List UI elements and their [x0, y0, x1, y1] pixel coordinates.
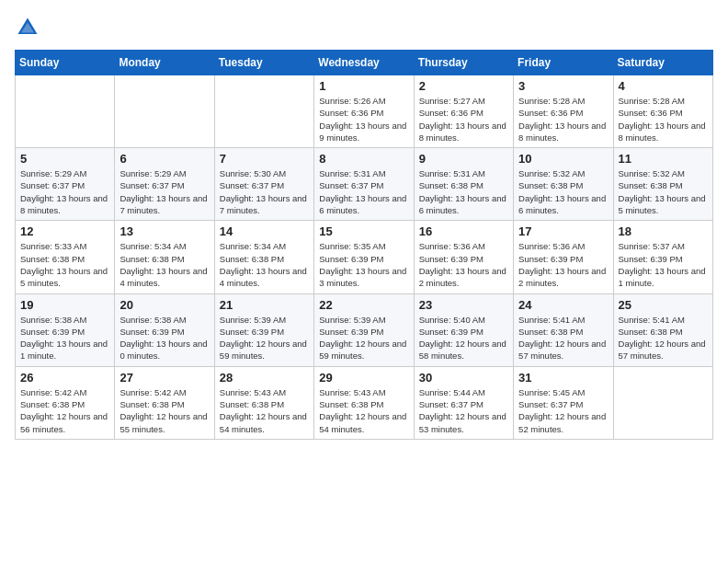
- calendar-cell: 16Sunrise: 5:36 AM Sunset: 6:39 PM Dayli…: [414, 221, 513, 293]
- day-info: Sunrise: 5:45 AM Sunset: 6:37 PM Dayligh…: [518, 386, 608, 435]
- day-info: Sunrise: 5:29 AM Sunset: 6:37 PM Dayligh…: [20, 167, 109, 216]
- day-info: Sunrise: 5:31 AM Sunset: 6:37 PM Dayligh…: [319, 167, 408, 216]
- calendar-cell: 29Sunrise: 5:43 AM Sunset: 6:38 PM Dayli…: [314, 366, 414, 439]
- day-number: 2: [419, 79, 508, 93]
- calendar-cell: 6Sunrise: 5:29 AM Sunset: 6:37 PM Daylig…: [115, 148, 214, 221]
- day-number: 14: [220, 224, 309, 238]
- page-header: [15, 15, 713, 40]
- calendar-cell: [214, 75, 313, 148]
- day-number: 24: [518, 298, 608, 312]
- day-number: 10: [518, 152, 608, 166]
- day-info: Sunrise: 5:35 AM Sunset: 6:39 PM Dayligh…: [319, 240, 408, 289]
- day-number: 26: [20, 371, 109, 385]
- day-number: 18: [619, 224, 708, 238]
- day-number: 28: [220, 371, 309, 385]
- day-info: Sunrise: 5:41 AM Sunset: 6:38 PM Dayligh…: [619, 314, 708, 362]
- day-info: Sunrise: 5:38 AM Sunset: 6:39 PM Dayligh…: [119, 314, 209, 362]
- day-info: Sunrise: 5:32 AM Sunset: 6:38 PM Dayligh…: [518, 167, 608, 216]
- calendar-cell: 24Sunrise: 5:41 AM Sunset: 6:38 PM Dayli…: [514, 293, 613, 366]
- day-info: Sunrise: 5:28 AM Sunset: 6:36 PM Dayligh…: [518, 95, 608, 144]
- calendar-cell: 5Sunrise: 5:29 AM Sunset: 6:37 PM Daylig…: [16, 148, 115, 221]
- day-info: Sunrise: 5:39 AM Sunset: 6:39 PM Dayligh…: [220, 314, 309, 362]
- calendar-week-row: 26Sunrise: 5:42 AM Sunset: 6:38 PM Dayli…: [16, 366, 713, 439]
- calendar-cell: 25Sunrise: 5:41 AM Sunset: 6:38 PM Dayli…: [613, 293, 712, 366]
- day-info: Sunrise: 5:41 AM Sunset: 6:38 PM Dayligh…: [518, 314, 608, 362]
- calendar-cell: 23Sunrise: 5:40 AM Sunset: 6:39 PM Dayli…: [414, 293, 513, 366]
- calendar-cell: 12Sunrise: 5:33 AM Sunset: 6:38 PM Dayli…: [16, 221, 115, 293]
- calendar-cell: 31Sunrise: 5:45 AM Sunset: 6:37 PM Dayli…: [514, 366, 613, 439]
- day-number: 17: [518, 224, 608, 238]
- day-info: Sunrise: 5:27 AM Sunset: 6:36 PM Dayligh…: [419, 95, 508, 144]
- day-of-week-header: Saturday: [613, 51, 712, 75]
- day-info: Sunrise: 5:28 AM Sunset: 6:36 PM Dayligh…: [619, 95, 708, 144]
- day-info: Sunrise: 5:42 AM Sunset: 6:38 PM Dayligh…: [119, 386, 209, 435]
- calendar-cell: 9Sunrise: 5:31 AM Sunset: 6:38 PM Daylig…: [414, 148, 513, 221]
- day-info: Sunrise: 5:39 AM Sunset: 6:39 PM Dayligh…: [319, 314, 408, 362]
- day-info: Sunrise: 5:34 AM Sunset: 6:38 PM Dayligh…: [220, 240, 309, 289]
- day-number: 16: [419, 224, 508, 238]
- day-info: Sunrise: 5:31 AM Sunset: 6:38 PM Dayligh…: [419, 167, 508, 216]
- day-info: Sunrise: 5:36 AM Sunset: 6:39 PM Dayligh…: [419, 240, 508, 289]
- day-info: Sunrise: 5:37 AM Sunset: 6:39 PM Dayligh…: [619, 240, 708, 289]
- day-of-week-header: Wednesday: [314, 51, 414, 75]
- calendar-week-row: 19Sunrise: 5:38 AM Sunset: 6:39 PM Dayli…: [16, 293, 713, 366]
- day-of-week-header: Thursday: [414, 51, 513, 75]
- calendar-cell: 26Sunrise: 5:42 AM Sunset: 6:38 PM Dayli…: [16, 366, 115, 439]
- calendar-week-row: 5Sunrise: 5:29 AM Sunset: 6:37 PM Daylig…: [16, 148, 713, 221]
- day-number: 1: [319, 79, 408, 93]
- day-info: Sunrise: 5:33 AM Sunset: 6:38 PM Dayligh…: [20, 240, 109, 289]
- calendar-week-row: 12Sunrise: 5:33 AM Sunset: 6:38 PM Dayli…: [16, 221, 713, 293]
- day-number: 3: [518, 79, 608, 93]
- calendar-cell: 18Sunrise: 5:37 AM Sunset: 6:39 PM Dayli…: [613, 221, 712, 293]
- calendar-body: 1Sunrise: 5:26 AM Sunset: 6:36 PM Daylig…: [16, 75, 713, 440]
- day-number: 21: [220, 298, 309, 312]
- calendar-cell: 28Sunrise: 5:43 AM Sunset: 6:38 PM Dayli…: [214, 366, 313, 439]
- logo-icon: [15, 15, 40, 40]
- day-info: Sunrise: 5:42 AM Sunset: 6:38 PM Dayligh…: [20, 386, 109, 435]
- calendar-cell: 20Sunrise: 5:38 AM Sunset: 6:39 PM Dayli…: [115, 293, 214, 366]
- day-number: 31: [518, 371, 608, 385]
- calendar-cell: 8Sunrise: 5:31 AM Sunset: 6:37 PM Daylig…: [314, 148, 414, 221]
- day-of-week-header: Sunday: [16, 51, 115, 75]
- calendar-cell: 15Sunrise: 5:35 AM Sunset: 6:39 PM Dayli…: [314, 221, 414, 293]
- day-of-week-header: Friday: [514, 51, 613, 75]
- calendar-cell: 7Sunrise: 5:30 AM Sunset: 6:37 PM Daylig…: [214, 148, 313, 221]
- day-info: Sunrise: 5:29 AM Sunset: 6:37 PM Dayligh…: [119, 167, 209, 216]
- day-number: 8: [319, 152, 408, 166]
- calendar-cell: 13Sunrise: 5:34 AM Sunset: 6:38 PM Dayli…: [115, 221, 214, 293]
- day-number: 9: [419, 152, 508, 166]
- day-number: 13: [119, 224, 209, 238]
- calendar-cell: 3Sunrise: 5:28 AM Sunset: 6:36 PM Daylig…: [514, 75, 613, 148]
- calendar-header-row: SundayMondayTuesdayWednesdayThursdayFrid…: [16, 51, 713, 75]
- day-number: 20: [119, 298, 209, 312]
- calendar-cell: 1Sunrise: 5:26 AM Sunset: 6:36 PM Daylig…: [314, 75, 414, 148]
- calendar-cell: [115, 75, 214, 148]
- day-info: Sunrise: 5:38 AM Sunset: 6:39 PM Dayligh…: [20, 314, 109, 362]
- day-info: Sunrise: 5:44 AM Sunset: 6:37 PM Dayligh…: [419, 386, 508, 435]
- calendar-cell: 4Sunrise: 5:28 AM Sunset: 6:36 PM Daylig…: [613, 75, 712, 148]
- day-info: Sunrise: 5:26 AM Sunset: 6:36 PM Dayligh…: [319, 95, 408, 144]
- calendar-cell: 19Sunrise: 5:38 AM Sunset: 6:39 PM Dayli…: [16, 293, 115, 366]
- day-number: 25: [619, 298, 708, 312]
- calendar-cell: 30Sunrise: 5:44 AM Sunset: 6:37 PM Dayli…: [414, 366, 513, 439]
- day-number: 29: [319, 371, 408, 385]
- day-info: Sunrise: 5:30 AM Sunset: 6:37 PM Dayligh…: [220, 167, 309, 216]
- day-number: 27: [119, 371, 209, 385]
- calendar-cell: 22Sunrise: 5:39 AM Sunset: 6:39 PM Dayli…: [314, 293, 414, 366]
- day-number: 4: [619, 79, 708, 93]
- calendar-cell: 21Sunrise: 5:39 AM Sunset: 6:39 PM Dayli…: [214, 293, 313, 366]
- day-info: Sunrise: 5:36 AM Sunset: 6:39 PM Dayligh…: [518, 240, 608, 289]
- day-info: Sunrise: 5:40 AM Sunset: 6:39 PM Dayligh…: [419, 314, 508, 362]
- day-of-week-header: Monday: [115, 51, 214, 75]
- day-number: 15: [319, 224, 408, 238]
- day-number: 7: [220, 152, 309, 166]
- day-number: 19: [20, 298, 109, 312]
- day-info: Sunrise: 5:32 AM Sunset: 6:38 PM Dayligh…: [619, 167, 708, 216]
- day-number: 12: [20, 224, 109, 238]
- calendar-cell: [613, 366, 712, 439]
- day-number: 23: [419, 298, 508, 312]
- day-number: 22: [319, 298, 408, 312]
- day-number: 11: [619, 152, 708, 166]
- calendar-week-row: 1Sunrise: 5:26 AM Sunset: 6:36 PM Daylig…: [16, 75, 713, 148]
- day-of-week-header: Tuesday: [214, 51, 313, 75]
